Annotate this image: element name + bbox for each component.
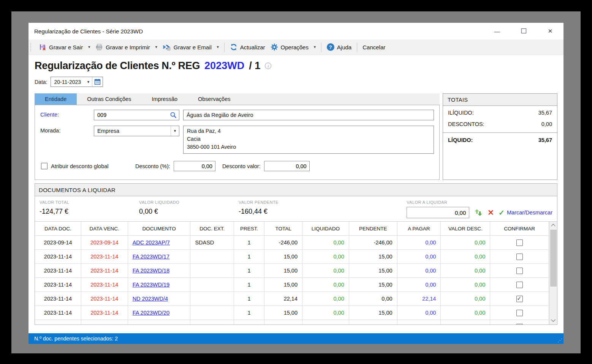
search-icon[interactable] bbox=[170, 112, 177, 118]
save-email-dropdown[interactable]: ▼ bbox=[214, 43, 222, 51]
scroll-up-button[interactable] bbox=[549, 222, 557, 229]
desconto-row: Atribuir desconto global Desconto (%): D… bbox=[41, 161, 434, 171]
valor-total-value: -124,77 € bbox=[40, 208, 139, 216]
cell-pendente: -246,00 bbox=[349, 236, 397, 249]
cell-data_doc bbox=[35, 320, 81, 325]
documentos-summary: VALOR TOTAL -124,77 € VALOR LIQUIDADO 0,… bbox=[35, 196, 557, 221]
morada-select[interactable]: Empresa ▼ bbox=[94, 126, 179, 136]
cell-documento: FA 2023WD/17 bbox=[128, 250, 191, 263]
vertical-scrollbar[interactable] bbox=[549, 222, 557, 325]
documents-grid: DATA DOC.DATA VENC.DOCUMENTODOC. EXT.PRE… bbox=[35, 222, 549, 325]
cell-doc_ext bbox=[190, 292, 234, 306]
refresh-icon bbox=[230, 43, 237, 51]
resize-grip-icon[interactable]: ⋰ bbox=[557, 337, 562, 343]
cliente-label: Cliente: bbox=[40, 110, 94, 118]
column-header-doc_ext: DOC. EXT. bbox=[190, 222, 234, 235]
valor-liquidado-value: 0,00 € bbox=[139, 208, 239, 216]
confirm-checkbox[interactable] bbox=[516, 282, 523, 288]
maximize-icon: ☐ bbox=[521, 27, 527, 35]
calendar-icon bbox=[94, 79, 101, 85]
save-exit-dropdown[interactable]: ▼ bbox=[85, 43, 93, 51]
column-header-documento: DOCUMENTO bbox=[128, 222, 191, 235]
cell-confirmar bbox=[490, 236, 549, 249]
cell-doc_ext bbox=[190, 264, 234, 277]
confirm-checkbox[interactable] bbox=[516, 240, 523, 246]
tab-observa-es[interactable]: Observações bbox=[188, 93, 241, 105]
cell-liquidado: 0,00 bbox=[302, 306, 349, 320]
cell-data_doc: 2023-11-14 bbox=[35, 292, 81, 306]
calendar-button[interactable] bbox=[92, 77, 103, 87]
save-exit-button[interactable]: Gravar e Sair bbox=[36, 41, 85, 53]
document-heading: Regularização de Clientes N.º REG 2023WD… bbox=[28, 55, 564, 72]
tab-content-entidade: Cliente: Águas da Região de Aveiro Morad… bbox=[35, 105, 440, 180]
scroll-down-button[interactable] bbox=[549, 317, 557, 325]
save-exit-icon bbox=[39, 43, 46, 51]
table-row: 2023-11-142023-11-14FA 2023WD/19115,000,… bbox=[35, 278, 549, 292]
confirm-checkbox[interactable] bbox=[516, 268, 523, 274]
cell-a_pagar: 0,00 bbox=[397, 236, 441, 249]
save-print-dropdown[interactable]: ▼ bbox=[153, 43, 160, 51]
cancel-x-icon[interactable]: ✕ bbox=[488, 209, 494, 216]
document-link[interactable]: FA 2023WD/17 bbox=[133, 254, 170, 260]
refresh-button[interactable]: Actualizar bbox=[227, 41, 268, 53]
confirm-checkbox[interactable] bbox=[516, 310, 523, 316]
minimize-button[interactable]: — bbox=[484, 23, 510, 39]
column-header-prest: PREST. bbox=[234, 222, 264, 235]
document-link[interactable]: FA 2023WD/20 bbox=[133, 310, 170, 316]
date-value[interactable]: 20-11-2023 bbox=[51, 77, 84, 87]
cell-data_doc: 2023-11-14 bbox=[35, 306, 81, 320]
swap-icon[interactable] bbox=[474, 208, 483, 217]
date-combobox[interactable]: 20-11-2023 ▼ bbox=[51, 77, 103, 87]
desconto-pct-input[interactable] bbox=[174, 161, 215, 171]
cell-prest: 1 bbox=[234, 306, 264, 320]
cell-total: 22,14 bbox=[264, 292, 302, 306]
save-print-button[interactable]: Gravar e Imprimir bbox=[93, 41, 153, 53]
cliente-code-input[interactable] bbox=[97, 112, 170, 118]
cell-data_venc bbox=[81, 320, 128, 325]
valor-a-liquidar-input[interactable] bbox=[407, 207, 469, 218]
tab-impress-o[interactable]: Impressão bbox=[141, 93, 188, 105]
iliquido-row: ILÍQUIDO: 35,67 bbox=[443, 106, 557, 117]
document-link[interactable]: ADC 2023AP/7 bbox=[133, 240, 170, 246]
help-button[interactable]: ? Ajuda bbox=[324, 41, 354, 53]
document-link[interactable]: ND 2023WD/4 bbox=[133, 296, 168, 302]
cell-doc_ext bbox=[190, 320, 234, 325]
date-dropdown-caret[interactable]: ▼ bbox=[84, 77, 92, 87]
cell-documento: FA 2023WD/20 bbox=[128, 306, 191, 320]
close-button[interactable]: ✕ bbox=[537, 23, 564, 39]
confirm-checkbox[interactable] bbox=[516, 324, 523, 325]
maximize-button[interactable]: ☐ bbox=[510, 23, 537, 39]
help-label: Ajuda bbox=[337, 44, 351, 50]
confirm-checkbox[interactable] bbox=[516, 254, 523, 260]
cell-prest: 1 bbox=[234, 250, 264, 263]
confirm-checkbox[interactable] bbox=[516, 296, 523, 302]
save-email-button[interactable]: Gravar e Email bbox=[160, 41, 214, 53]
cell-liquidado bbox=[302, 320, 349, 325]
operations-dropdown[interactable]: ▼ bbox=[311, 43, 318, 51]
cell-valor_desc: 0,00 bbox=[441, 250, 490, 263]
cancel-button[interactable]: Cancelar bbox=[360, 42, 388, 52]
operations-button[interactable]: Operações bbox=[268, 41, 311, 53]
morada-address[interactable]: Rua da Paz, 4Cacia3850-000 101 Aveiro bbox=[183, 126, 434, 154]
desconto-valor-input[interactable] bbox=[264, 161, 310, 171]
tab-entidade[interactable]: Entidade bbox=[35, 93, 77, 105]
date-label: Data: bbox=[35, 79, 47, 85]
cell-confirmar bbox=[490, 264, 549, 277]
morada-selected-value: Empresa bbox=[97, 128, 119, 134]
cell-a_pagar: 0,00 bbox=[397, 306, 441, 320]
tab-panel: EntidadeOutras CondiçõesImpressãoObserva… bbox=[35, 93, 440, 180]
document-link[interactable]: FA 2023WD/19 bbox=[133, 282, 170, 288]
chevron-down-icon[interactable]: ▼ bbox=[171, 126, 179, 136]
document-link[interactable]: FA 2023WD/18 bbox=[133, 268, 170, 274]
marcar-desmarcar-link[interactable]: Marcar/Desmarcar bbox=[507, 210, 552, 216]
atribuir-desconto-checkbox[interactable] bbox=[41, 163, 47, 169]
check-icon[interactable]: ✓ bbox=[499, 209, 505, 216]
info-icon[interactable]: i bbox=[265, 63, 271, 69]
tab-outras-condi-es[interactable]: Outras Condições bbox=[77, 93, 141, 105]
scrollbar-thumb[interactable] bbox=[550, 230, 557, 287]
cell-data_venc: 2023-11-14 bbox=[81, 264, 128, 277]
desconto-valor-label: Desconto valor: bbox=[222, 163, 261, 169]
valor-liquidado-item: VALOR LIQUIDADO 0,00 € bbox=[139, 200, 239, 216]
toolbar-grip[interactable] bbox=[30, 43, 33, 51]
cliente-name-field[interactable]: Águas da Região de Aveiro bbox=[183, 110, 434, 120]
